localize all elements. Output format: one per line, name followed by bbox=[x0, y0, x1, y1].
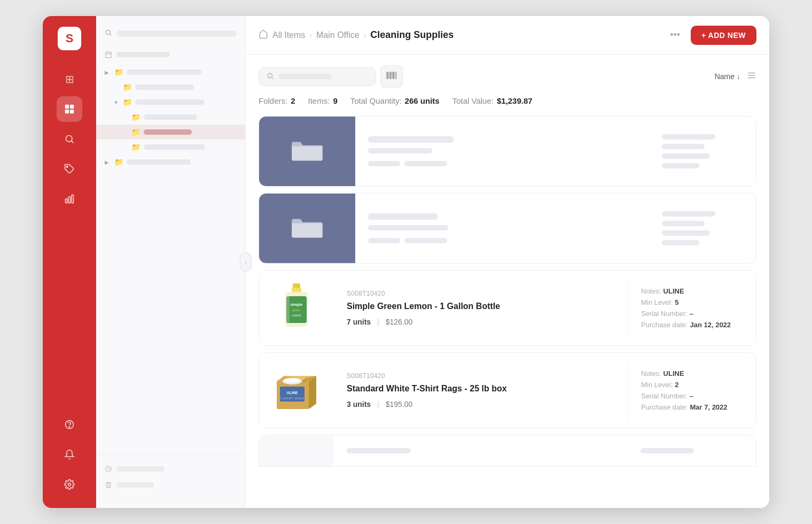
folder-icon: 📁 bbox=[114, 68, 123, 76]
tree-label bbox=[144, 144, 205, 150]
svg-text:LEMON: LEMON bbox=[292, 314, 301, 317]
value-value: $1,239.87 bbox=[497, 96, 533, 105]
sidebar-item[interactable]: 📁 bbox=[96, 80, 245, 95]
item-price: $126.00 bbox=[386, 318, 413, 326]
breadcrumb-main-office[interactable]: Main Office bbox=[316, 30, 360, 40]
sidebar-collapse-btn[interactable]: ‹ bbox=[240, 252, 252, 272]
item-quantity: 7 units bbox=[347, 318, 371, 326]
folder-meta3 bbox=[662, 230, 710, 236]
folder-icon: 📁 bbox=[123, 98, 132, 106]
history-label bbox=[116, 466, 165, 472]
tree-arrow-icon: ▼ bbox=[113, 99, 120, 105]
nav-search-icon[interactable] bbox=[57, 126, 82, 152]
min-level-value: 2 bbox=[675, 381, 678, 389]
sidebar-item[interactable]: 📁 bbox=[96, 110, 245, 125]
sidebar-item[interactable]: ▼ 📁 bbox=[96, 95, 245, 110]
view-toggle-icon[interactable] bbox=[747, 71, 756, 82]
folder-card[interactable] bbox=[259, 193, 756, 264]
nav-grid-icon[interactable]: ⊞ bbox=[57, 66, 82, 92]
tree-label bbox=[144, 114, 197, 120]
svg-rect-15 bbox=[106, 52, 112, 58]
sidebar-item[interactable]: ▶ 📁 bbox=[96, 65, 245, 80]
serial-label: Serial Number: bbox=[641, 392, 688, 400]
nav-help-icon[interactable] bbox=[57, 412, 82, 437]
svg-point-4 bbox=[66, 135, 72, 142]
breadcrumb-all-items[interactable]: All Items bbox=[272, 30, 305, 40]
nav-tag-icon[interactable] bbox=[57, 156, 82, 182]
tree-label bbox=[135, 84, 194, 90]
folder-icon: 📁 bbox=[131, 143, 140, 151]
sidebar-item-active[interactable]: 📁 bbox=[96, 125, 245, 140]
notes-label: Notes: bbox=[641, 287, 661, 295]
serial-value: – bbox=[690, 310, 693, 318]
tree-label bbox=[127, 159, 191, 165]
stat-value: Total Value: $1,239.87 bbox=[452, 96, 533, 105]
folders-count: 2 bbox=[291, 96, 295, 105]
folder-meta4 bbox=[662, 163, 699, 168]
search-box[interactable] bbox=[259, 67, 376, 86]
svg-text:green: green bbox=[292, 309, 300, 312]
meta-serial: Serial Number: – bbox=[641, 392, 743, 400]
svg-text:simple: simple bbox=[291, 303, 302, 307]
svg-rect-26 bbox=[393, 72, 394, 79]
search-box-icon bbox=[267, 72, 274, 81]
header-actions: ••• + ADD NEW bbox=[666, 25, 756, 45]
nav-chart-icon[interactable] bbox=[57, 186, 82, 212]
min-level-label: Min Level: bbox=[641, 381, 673, 389]
item-card[interactable]: ULINE T-SHIRT BAGS S008T10420 Standard W… bbox=[259, 352, 756, 428]
more-options-button[interactable]: ••• bbox=[666, 25, 684, 45]
item-name: Simple Green Lemon - 1 Gallon Bottle bbox=[347, 302, 615, 311]
folder-meta2 bbox=[662, 144, 705, 149]
divider: | bbox=[377, 318, 379, 326]
item-card-partial[interactable] bbox=[259, 435, 756, 467]
folder-icon: 📁 bbox=[123, 83, 132, 91]
svg-text:T-SHIRT BAGS: T-SHIRT BAGS bbox=[280, 397, 305, 400]
svg-point-13 bbox=[106, 30, 110, 34]
sidebar-item[interactable]: 📁 bbox=[96, 140, 245, 155]
item-thumbnail: ULINE T-SHIRT BAGS bbox=[259, 353, 334, 428]
breadcrumb: All Items › Main Office › Cleaning Suppl… bbox=[259, 29, 661, 41]
tree-arrow-icon: ▶ bbox=[105, 70, 111, 75]
left-nav: S ⊞ bbox=[43, 16, 96, 508]
tree-label bbox=[144, 129, 192, 135]
folder-meta3 bbox=[662, 153, 710, 159]
sort-label[interactable]: Name ↓ bbox=[715, 72, 740, 81]
purchase-value: Mar 7, 2022 bbox=[690, 403, 727, 411]
folder-card[interactable] bbox=[259, 116, 756, 187]
folder-icon: 📁 bbox=[114, 158, 123, 166]
svg-point-20 bbox=[268, 73, 272, 78]
sidebar-search-icon bbox=[105, 29, 112, 38]
folder-detail3 bbox=[404, 161, 447, 166]
stat-items: Items: 9 bbox=[308, 96, 338, 105]
svg-rect-24 bbox=[390, 72, 391, 79]
folder-meta2 bbox=[662, 221, 705, 226]
add-new-button[interactable]: + ADD NEW bbox=[691, 26, 756, 45]
svg-rect-23 bbox=[388, 72, 389, 79]
quantity-label: Total Quantity: bbox=[350, 96, 402, 105]
trash-label bbox=[116, 482, 154, 488]
tree-label bbox=[127, 70, 201, 75]
breadcrumb-sep1: › bbox=[309, 31, 312, 40]
search-input-group bbox=[259, 65, 403, 88]
item-sku: S008T10420 bbox=[347, 290, 615, 297]
folder-detail1 bbox=[368, 148, 432, 153]
search-input[interactable] bbox=[278, 74, 332, 79]
search-filter-bar: Name ↓ bbox=[259, 65, 756, 88]
item-card[interactable]: simple green LEMON S008T10420 Simple Gre… bbox=[259, 270, 756, 346]
folder-icon: 📁 bbox=[131, 128, 140, 136]
nav-inventory-icon[interactable] bbox=[57, 96, 82, 122]
sidebar-item[interactable]: ▶ 📁 bbox=[96, 155, 245, 169]
meta-purchase: Purchase date: Mar 7, 2022 bbox=[641, 403, 743, 411]
nav-bell-icon[interactable] bbox=[57, 442, 82, 467]
sidebar-section-header bbox=[96, 47, 245, 63]
sidebar-trash-item[interactable] bbox=[96, 477, 245, 493]
sort-text: Name bbox=[715, 72, 735, 81]
sidebar-search-placeholder[interactable] bbox=[116, 30, 237, 37]
sidebar-history-item[interactable] bbox=[96, 461, 245, 477]
svg-text:ULINE: ULINE bbox=[287, 391, 298, 395]
sidebar-tree: ▶ 📁 📁 ▼ 📁 📁 bbox=[96, 63, 245, 454]
nav-settings-icon[interactable] bbox=[57, 472, 82, 497]
barcode-button[interactable] bbox=[380, 65, 403, 88]
item-info: S008T10420 Standard White T-Shirt Rags -… bbox=[334, 364, 628, 417]
svg-point-49 bbox=[285, 378, 300, 382]
